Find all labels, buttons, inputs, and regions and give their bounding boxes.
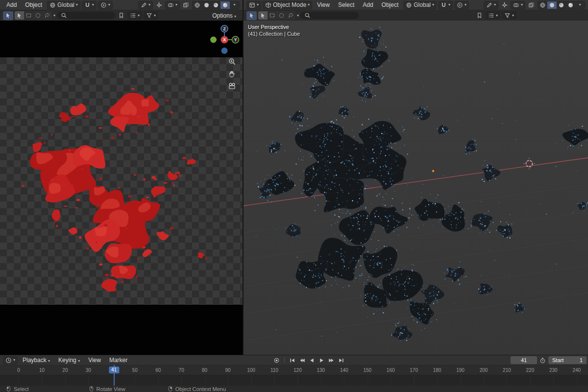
ruler-tick: 0: [17, 368, 20, 373]
next-keyframe-button[interactable]: [327, 356, 336, 365]
active-tool-button[interactable]: [3, 11, 13, 20]
xray-toggle-button[interactable]: [181, 1, 191, 9]
camera-view-icon[interactable]: [228, 82, 236, 90]
frame-gridline: [158, 375, 159, 386]
shading-material-button[interactable]: [211, 1, 220, 9]
select-lasso-button[interactable]: [43, 11, 52, 20]
shading-material-button[interactable]: [557, 1, 566, 9]
xray-toggle-button[interactable]: [527, 1, 536, 9]
right-viewport-header: ▾ Object Mode ▾ View Select Add Object G…: [244, 0, 588, 10]
gizmo-icon: [501, 2, 508, 8]
shading-solid-button[interactable]: [547, 1, 557, 9]
gizmo-y-negative-ball[interactable]: [210, 37, 217, 43]
right-viewport-canvas[interactable]: User Perspective (41) Collection | Cube: [244, 21, 588, 355]
bookmark-button[interactable]: [117, 11, 126, 20]
menu-view[interactable]: View: [314, 1, 333, 9]
show-gizmo-button[interactable]: [154, 1, 164, 9]
view-object-types-dropdown[interactable]: ▾: [486, 11, 500, 20]
transform-orientation-dropdown[interactable]: Global ▾: [47, 1, 80, 9]
select-tweak-button[interactable]: [258, 11, 268, 20]
status-context-menu-label: Object Context Menu: [175, 386, 226, 392]
menu-marker[interactable]: Marker: [106, 356, 131, 364]
playback-label: Playback: [23, 357, 47, 364]
frame-start-field[interactable]: Start 1: [548, 356, 587, 364]
select-box-tool-icon: [5, 12, 11, 19]
auto-keying-button[interactable]: [272, 356, 281, 365]
right-tool-settings-bar: ▾ ▾ ▾: [244, 10, 588, 21]
select-lasso-button[interactable]: [286, 11, 295, 20]
select-circle-button[interactable]: [33, 11, 43, 20]
shading-wireframe-button[interactable]: [193, 1, 202, 9]
jump-to-end-button[interactable]: [337, 356, 345, 365]
chevron-down-icon: ▾: [138, 14, 140, 18]
shading-options-dropdown[interactable]: ▾: [575, 1, 585, 9]
shading-rendered-button[interactable]: [220, 1, 230, 9]
search-input[interactable]: [313, 13, 355, 19]
shading-rendered-button[interactable]: [566, 1, 575, 9]
select-circle-button[interactable]: [277, 11, 286, 20]
zoom-icon[interactable]: [228, 58, 236, 66]
menu-object[interactable]: Object: [378, 1, 402, 9]
proportional-editing-dropdown[interactable]: ▾: [98, 1, 113, 9]
frame-gridline: [484, 375, 484, 386]
menu-select[interactable]: Select: [335, 1, 358, 9]
options-cluster: Options ▾: [209, 12, 240, 20]
shading-solid-button[interactable]: [202, 1, 211, 9]
gizmo-z-negative-ball[interactable]: [221, 48, 228, 54]
annotate-dropdown[interactable]: ▾: [484, 1, 498, 9]
search-input[interactable]: [69, 13, 111, 19]
select-box-button[interactable]: [268, 11, 277, 20]
frame-gridline: [65, 375, 66, 386]
left-viewport-canvas[interactable]: Z Y X: [0, 21, 243, 355]
filter-dropdown[interactable]: ▾: [144, 11, 158, 20]
timeline-header: ▾ Playback ▾ Keying ▾ View Marker 41 Sta: [0, 355, 588, 365]
frame-gridline: [553, 375, 554, 386]
shading-options-dropdown[interactable]: ▾: [230, 1, 239, 9]
menu-add[interactable]: Add: [3, 1, 20, 9]
annotate-dropdown[interactable]: ▾: [138, 1, 153, 9]
filter-dropdown[interactable]: ▾: [502, 11, 516, 20]
menu-view[interactable]: View: [85, 356, 104, 364]
current-frame-field[interactable]: 41: [511, 356, 537, 364]
start-value: 1: [580, 357, 583, 363]
menu-object[interactable]: Object: [22, 1, 46, 9]
select-tweak-button[interactable]: [15, 11, 24, 20]
navigation-gizmo[interactable]: Z Y X: [209, 24, 240, 55]
frame-gridline: [274, 375, 275, 386]
view-object-types-dropdown[interactable]: ▾: [127, 11, 142, 20]
overlays-dropdown[interactable]: ▾: [165, 1, 180, 9]
prev-keyframe-button[interactable]: [298, 356, 306, 365]
menu-add[interactable]: Add: [359, 1, 376, 9]
menu-keying[interactable]: Keying ▾: [55, 356, 83, 364]
bookmark-button[interactable]: [475, 11, 484, 20]
play-reverse-button[interactable]: [308, 356, 316, 365]
mode-dropdown[interactable]: Object Mode ▾: [263, 1, 312, 9]
editor-type-dropdown[interactable]: ▾: [246, 1, 261, 9]
timeline-ruler[interactable]: 0102030405060708090100110120130140150160…: [0, 365, 588, 375]
pan-hand-icon[interactable]: [228, 70, 236, 78]
transform-orientation-dropdown[interactable]: Global ▾: [403, 1, 437, 9]
left-search-field[interactable]: [57, 12, 115, 19]
magnet-icon: [441, 2, 447, 8]
play-button[interactable]: [318, 356, 326, 365]
select-box-button[interactable]: [24, 11, 33, 20]
shading-wireframe-button[interactable]: [538, 1, 547, 9]
right-search-field[interactable]: [300, 12, 359, 19]
frame-gridline: [507, 375, 507, 386]
snap-dropdown[interactable]: ▾: [438, 1, 453, 9]
active-tool-button[interactable]: [246, 11, 257, 20]
status-select: Select: [6, 386, 29, 392]
options-menu[interactable]: Options ▾: [209, 12, 240, 20]
timeline-track-area[interactable]: [0, 375, 588, 386]
proportional-editing-dropdown[interactable]: ▾: [454, 1, 469, 9]
playhead-frame-label[interactable]: 41: [109, 367, 119, 373]
snap-dropdown[interactable]: ▾: [82, 1, 97, 9]
lasso-select-icon: [44, 12, 50, 19]
wireframe-sphere-icon: [539, 2, 546, 8]
overlays-dropdown[interactable]: ▾: [511, 1, 525, 9]
timeline-editor-type-dropdown[interactable]: ▾: [3, 356, 18, 365]
menu-playback[interactable]: Playback ▾: [19, 356, 53, 364]
show-gizmo-button[interactable]: [500, 1, 509, 9]
scene-3d-view: [244, 21, 588, 355]
jump-to-start-button[interactable]: [288, 356, 296, 365]
